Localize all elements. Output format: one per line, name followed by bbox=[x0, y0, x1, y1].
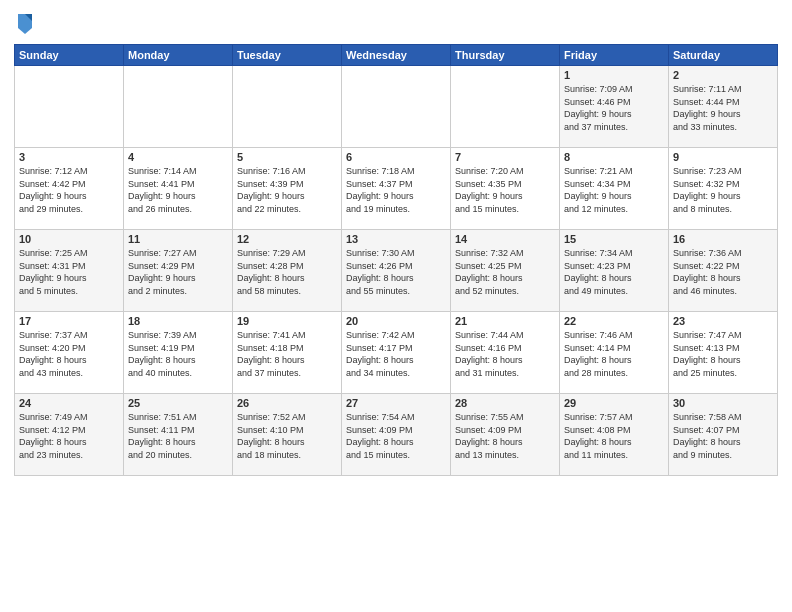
calendar-cell: 7Sunrise: 7:20 AM Sunset: 4:35 PM Daylig… bbox=[451, 148, 560, 230]
day-number: 19 bbox=[237, 315, 337, 327]
day-number: 26 bbox=[237, 397, 337, 409]
day-number: 25 bbox=[128, 397, 228, 409]
calendar-cell: 23Sunrise: 7:47 AM Sunset: 4:13 PM Dayli… bbox=[669, 312, 778, 394]
day-number: 21 bbox=[455, 315, 555, 327]
calendar-week-2: 3Sunrise: 7:12 AM Sunset: 4:42 PM Daylig… bbox=[15, 148, 778, 230]
day-info: Sunrise: 7:18 AM Sunset: 4:37 PM Dayligh… bbox=[346, 165, 446, 215]
calendar-table: SundayMondayTuesdayWednesdayThursdayFrid… bbox=[14, 44, 778, 476]
col-header-sunday: Sunday bbox=[15, 45, 124, 66]
day-info: Sunrise: 7:25 AM Sunset: 4:31 PM Dayligh… bbox=[19, 247, 119, 297]
day-info: Sunrise: 7:41 AM Sunset: 4:18 PM Dayligh… bbox=[237, 329, 337, 379]
day-info: Sunrise: 7:23 AM Sunset: 4:32 PM Dayligh… bbox=[673, 165, 773, 215]
calendar-cell: 19Sunrise: 7:41 AM Sunset: 4:18 PM Dayli… bbox=[233, 312, 342, 394]
calendar-cell: 8Sunrise: 7:21 AM Sunset: 4:34 PM Daylig… bbox=[560, 148, 669, 230]
day-number: 17 bbox=[19, 315, 119, 327]
calendar-cell: 28Sunrise: 7:55 AM Sunset: 4:09 PM Dayli… bbox=[451, 394, 560, 476]
calendar-cell: 22Sunrise: 7:46 AM Sunset: 4:14 PM Dayli… bbox=[560, 312, 669, 394]
calendar-cell: 30Sunrise: 7:58 AM Sunset: 4:07 PM Dayli… bbox=[669, 394, 778, 476]
calendar-cell: 6Sunrise: 7:18 AM Sunset: 4:37 PM Daylig… bbox=[342, 148, 451, 230]
logo bbox=[14, 10, 38, 38]
calendar-cell: 15Sunrise: 7:34 AM Sunset: 4:23 PM Dayli… bbox=[560, 230, 669, 312]
calendar-cell: 1Sunrise: 7:09 AM Sunset: 4:46 PM Daylig… bbox=[560, 66, 669, 148]
day-number: 23 bbox=[673, 315, 773, 327]
day-info: Sunrise: 7:21 AM Sunset: 4:34 PM Dayligh… bbox=[564, 165, 664, 215]
day-info: Sunrise: 7:16 AM Sunset: 4:39 PM Dayligh… bbox=[237, 165, 337, 215]
calendar-cell bbox=[15, 66, 124, 148]
col-header-wednesday: Wednesday bbox=[342, 45, 451, 66]
calendar-week-5: 24Sunrise: 7:49 AM Sunset: 4:12 PM Dayli… bbox=[15, 394, 778, 476]
day-info: Sunrise: 7:34 AM Sunset: 4:23 PM Dayligh… bbox=[564, 247, 664, 297]
day-number: 16 bbox=[673, 233, 773, 245]
day-info: Sunrise: 7:09 AM Sunset: 4:46 PM Dayligh… bbox=[564, 83, 664, 133]
day-info: Sunrise: 7:27 AM Sunset: 4:29 PM Dayligh… bbox=[128, 247, 228, 297]
day-number: 11 bbox=[128, 233, 228, 245]
day-info: Sunrise: 7:36 AM Sunset: 4:22 PM Dayligh… bbox=[673, 247, 773, 297]
day-info: Sunrise: 7:46 AM Sunset: 4:14 PM Dayligh… bbox=[564, 329, 664, 379]
calendar-cell: 10Sunrise: 7:25 AM Sunset: 4:31 PM Dayli… bbox=[15, 230, 124, 312]
calendar-cell: 27Sunrise: 7:54 AM Sunset: 4:09 PM Dayli… bbox=[342, 394, 451, 476]
calendar-cell: 26Sunrise: 7:52 AM Sunset: 4:10 PM Dayli… bbox=[233, 394, 342, 476]
day-number: 2 bbox=[673, 69, 773, 81]
day-number: 14 bbox=[455, 233, 555, 245]
day-info: Sunrise: 7:44 AM Sunset: 4:16 PM Dayligh… bbox=[455, 329, 555, 379]
day-number: 15 bbox=[564, 233, 664, 245]
calendar-cell bbox=[451, 66, 560, 148]
calendar-cell: 5Sunrise: 7:16 AM Sunset: 4:39 PM Daylig… bbox=[233, 148, 342, 230]
day-number: 13 bbox=[346, 233, 446, 245]
col-header-friday: Friday bbox=[560, 45, 669, 66]
day-number: 30 bbox=[673, 397, 773, 409]
day-number: 10 bbox=[19, 233, 119, 245]
day-number: 18 bbox=[128, 315, 228, 327]
day-number: 28 bbox=[455, 397, 555, 409]
col-header-thursday: Thursday bbox=[451, 45, 560, 66]
day-info: Sunrise: 7:42 AM Sunset: 4:17 PM Dayligh… bbox=[346, 329, 446, 379]
day-info: Sunrise: 7:14 AM Sunset: 4:41 PM Dayligh… bbox=[128, 165, 228, 215]
day-info: Sunrise: 7:30 AM Sunset: 4:26 PM Dayligh… bbox=[346, 247, 446, 297]
calendar-cell bbox=[233, 66, 342, 148]
day-number: 8 bbox=[564, 151, 664, 163]
calendar-week-4: 17Sunrise: 7:37 AM Sunset: 4:20 PM Dayli… bbox=[15, 312, 778, 394]
day-info: Sunrise: 7:47 AM Sunset: 4:13 PM Dayligh… bbox=[673, 329, 773, 379]
calendar-cell bbox=[124, 66, 233, 148]
day-info: Sunrise: 7:54 AM Sunset: 4:09 PM Dayligh… bbox=[346, 411, 446, 461]
day-number: 29 bbox=[564, 397, 664, 409]
calendar-cell: 4Sunrise: 7:14 AM Sunset: 4:41 PM Daylig… bbox=[124, 148, 233, 230]
day-info: Sunrise: 7:37 AM Sunset: 4:20 PM Dayligh… bbox=[19, 329, 119, 379]
day-number: 1 bbox=[564, 69, 664, 81]
day-number: 22 bbox=[564, 315, 664, 327]
day-number: 7 bbox=[455, 151, 555, 163]
day-number: 27 bbox=[346, 397, 446, 409]
day-number: 20 bbox=[346, 315, 446, 327]
calendar-week-3: 10Sunrise: 7:25 AM Sunset: 4:31 PM Dayli… bbox=[15, 230, 778, 312]
day-info: Sunrise: 7:12 AM Sunset: 4:42 PM Dayligh… bbox=[19, 165, 119, 215]
calendar-cell: 17Sunrise: 7:37 AM Sunset: 4:20 PM Dayli… bbox=[15, 312, 124, 394]
logo-icon bbox=[14, 10, 36, 38]
calendar-cell: 9Sunrise: 7:23 AM Sunset: 4:32 PM Daylig… bbox=[669, 148, 778, 230]
day-info: Sunrise: 7:20 AM Sunset: 4:35 PM Dayligh… bbox=[455, 165, 555, 215]
day-number: 3 bbox=[19, 151, 119, 163]
calendar-cell: 12Sunrise: 7:29 AM Sunset: 4:28 PM Dayli… bbox=[233, 230, 342, 312]
day-info: Sunrise: 7:52 AM Sunset: 4:10 PM Dayligh… bbox=[237, 411, 337, 461]
col-header-saturday: Saturday bbox=[669, 45, 778, 66]
calendar-cell: 18Sunrise: 7:39 AM Sunset: 4:19 PM Dayli… bbox=[124, 312, 233, 394]
day-info: Sunrise: 7:51 AM Sunset: 4:11 PM Dayligh… bbox=[128, 411, 228, 461]
calendar-cell: 2Sunrise: 7:11 AM Sunset: 4:44 PM Daylig… bbox=[669, 66, 778, 148]
calendar-cell: 14Sunrise: 7:32 AM Sunset: 4:25 PM Dayli… bbox=[451, 230, 560, 312]
day-number: 4 bbox=[128, 151, 228, 163]
day-info: Sunrise: 7:57 AM Sunset: 4:08 PM Dayligh… bbox=[564, 411, 664, 461]
day-info: Sunrise: 7:55 AM Sunset: 4:09 PM Dayligh… bbox=[455, 411, 555, 461]
calendar-week-1: 1Sunrise: 7:09 AM Sunset: 4:46 PM Daylig… bbox=[15, 66, 778, 148]
day-number: 5 bbox=[237, 151, 337, 163]
header bbox=[14, 10, 778, 38]
calendar-cell: 24Sunrise: 7:49 AM Sunset: 4:12 PM Dayli… bbox=[15, 394, 124, 476]
calendar-cell: 29Sunrise: 7:57 AM Sunset: 4:08 PM Dayli… bbox=[560, 394, 669, 476]
day-info: Sunrise: 7:49 AM Sunset: 4:12 PM Dayligh… bbox=[19, 411, 119, 461]
day-number: 24 bbox=[19, 397, 119, 409]
calendar-cell: 21Sunrise: 7:44 AM Sunset: 4:16 PM Dayli… bbox=[451, 312, 560, 394]
day-info: Sunrise: 7:29 AM Sunset: 4:28 PM Dayligh… bbox=[237, 247, 337, 297]
day-info: Sunrise: 7:11 AM Sunset: 4:44 PM Dayligh… bbox=[673, 83, 773, 133]
calendar-cell bbox=[342, 66, 451, 148]
day-number: 9 bbox=[673, 151, 773, 163]
calendar-cell: 25Sunrise: 7:51 AM Sunset: 4:11 PM Dayli… bbox=[124, 394, 233, 476]
day-info: Sunrise: 7:39 AM Sunset: 4:19 PM Dayligh… bbox=[128, 329, 228, 379]
